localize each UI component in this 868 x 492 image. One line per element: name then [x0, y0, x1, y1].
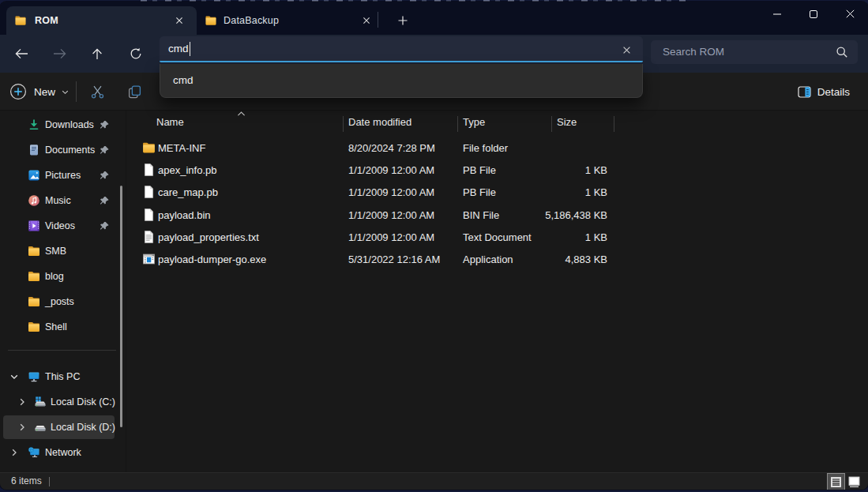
address-focus-underline — [160, 61, 643, 62]
file-icon — [142, 208, 156, 221]
expand-chevron-icon[interactable] — [9, 372, 19, 381]
sidebar-item-label: Network — [45, 447, 81, 458]
address-bar-value: cmd — [168, 36, 189, 61]
file-row[interactable]: apex_info.pb 1/1/2009 12:00 AM PB File 1… — [127, 159, 868, 181]
sidebar-item[interactable]: Videos — [0, 213, 126, 238]
file-type: Application — [463, 254, 513, 265]
navigation-pane: Downloads Documents Pictures — [0, 111, 126, 472]
details-button-label: Details — [817, 86, 850, 98]
sidebar-divider — [8, 350, 116, 351]
thumbnails-view-button[interactable] — [846, 474, 862, 490]
close-window-button[interactable] — [832, 2, 868, 26]
sort-ascending-icon — [237, 111, 246, 117]
videos-icon — [28, 220, 40, 232]
file-row[interactable]: payload-dumper-go.exe 5/31/2022 12:16 AM… — [127, 248, 868, 270]
disk-d-icon — [34, 421, 47, 434]
details-view-button[interactable] — [828, 474, 844, 490]
column-header-date-modified[interactable]: Date modified — [348, 116, 411, 128]
file-list: Name Date modified Type Size META-INF 8/… — [127, 111, 868, 472]
file-row[interactable]: care_map.pb 1/1/2009 12:00 AM PB File 1 … — [127, 181, 868, 203]
documents-icon — [28, 144, 40, 156]
column-resize-handle[interactable] — [343, 116, 344, 132]
folder-icon — [28, 270, 40, 283]
forward-button[interactable] — [46, 40, 73, 67]
pin-icon — [100, 145, 110, 156]
sidebar-item-label: Shell — [45, 321, 67, 332]
sidebar-tree-item[interactable]: Local Disk (C:) — [0, 389, 126, 415]
sidebar-item[interactable]: blog — [0, 264, 126, 289]
folder-icon — [28, 295, 40, 308]
back-button[interactable] — [8, 40, 35, 67]
pin-icon — [100, 120, 110, 130]
new-button[interactable]: New — [9, 79, 70, 104]
details-pane-button[interactable]: Details — [798, 79, 850, 104]
sidebar-item-label: Documents — [45, 145, 95, 156]
sidebar-tree-item[interactable]: This PC — [0, 364, 126, 389]
sidebar-item[interactable]: Music — [0, 188, 126, 213]
expand-chevron-icon[interactable] — [17, 397, 27, 407]
column-header-size[interactable]: Size — [557, 116, 577, 128]
column-headers: Name Date modified Type Size — [127, 113, 868, 135]
expand-chevron-icon[interactable] — [9, 448, 19, 457]
sidebar-item[interactable]: _posts — [0, 289, 126, 314]
sidebar-item[interactable]: SMB — [0, 238, 126, 264]
file-size: 1 KB — [513, 231, 607, 242]
tab-close-icon[interactable] — [358, 12, 375, 29]
sidebar-scrollbar-thumb[interactable] — [120, 186, 122, 427]
file-size: 5,186,438 KB — [513, 208, 607, 220]
copy-button[interactable] — [125, 82, 144, 101]
cut-button[interactable] — [88, 82, 107, 101]
sidebar-item[interactable]: Downloads — [0, 112, 126, 137]
folder-icon — [142, 141, 156, 155]
file-row[interactable]: META-INF 8/20/2024 7:28 PM File folder — [127, 137, 868, 159]
pin-icon — [100, 221, 110, 231]
chevron-down-icon — [61, 88, 70, 96]
desktop-background: ROM DataBackup — [0, 0, 868, 492]
items-count: 6 items — [11, 473, 42, 490]
sidebar-item-label: Local Disk (C:) — [51, 396, 115, 407]
textfile-icon — [142, 230, 156, 243]
column-header-type[interactable]: Type — [463, 116, 485, 128]
maximize-button[interactable] — [795, 2, 832, 26]
file-name: payload.bin — [158, 208, 211, 220]
sidebar-tree-item[interactable]: Network — [0, 440, 126, 465]
tab-databackup[interactable]: DataBackup — [197, 6, 377, 35]
file-icon — [142, 163, 156, 177]
search-input[interactable]: Search ROM — [651, 40, 858, 64]
column-resize-handle[interactable] — [614, 116, 614, 132]
downloads-icon — [28, 118, 40, 131]
sidebar-item[interactable]: Documents — [0, 137, 126, 163]
details-pane-icon — [798, 86, 811, 98]
pin-icon — [100, 171, 110, 181]
file-size: 1 KB — [513, 164, 607, 176]
content-area: Downloads Documents Pictures — [0, 111, 868, 472]
pc-icon — [28, 370, 40, 383]
file-type: PB File — [463, 164, 496, 176]
minimize-button[interactable] — [759, 2, 795, 26]
sidebar-item[interactable]: Shell — [0, 314, 126, 340]
file-row[interactable]: payload.bin 1/1/2009 12:00 AM BIN File 5… — [127, 204, 868, 226]
file-row[interactable]: payload_properties.txt 1/1/2009 12:00 AM… — [127, 226, 868, 248]
title-tab-bar: ROM DataBackup — [0, 2, 868, 35]
address-bar-input[interactable]: cmd — [160, 36, 643, 62]
sidebar-tree-item[interactable]: Local Disk (D:) — [0, 415, 126, 440]
column-header-name[interactable]: Name — [156, 116, 184, 128]
sidebar-item[interactable]: Pictures — [0, 163, 126, 188]
clear-address-icon[interactable] — [617, 40, 636, 59]
search-placeholder: Search ROM — [663, 40, 724, 64]
address-suggestion-item[interactable]: cmd — [173, 64, 194, 97]
tab-separator — [378, 12, 378, 28]
text-caret — [190, 42, 190, 56]
file-type: PB File — [463, 186, 496, 198]
tab-rom[interactable]: ROM — [6, 6, 197, 35]
expand-chevron-icon[interactable] — [17, 423, 27, 432]
tab-close-icon[interactable] — [171, 12, 188, 29]
refresh-button[interactable] — [122, 40, 149, 67]
column-resize-handle[interactable] — [457, 116, 458, 132]
search-icon — [836, 46, 848, 58]
column-resize-handle[interactable] — [551, 116, 552, 132]
up-button[interactable] — [84, 40, 111, 67]
file-date-modified: 1/1/2009 12:00 AM — [348, 186, 434, 198]
pin-icon — [100, 196, 110, 206]
new-tab-button[interactable] — [393, 10, 413, 31]
